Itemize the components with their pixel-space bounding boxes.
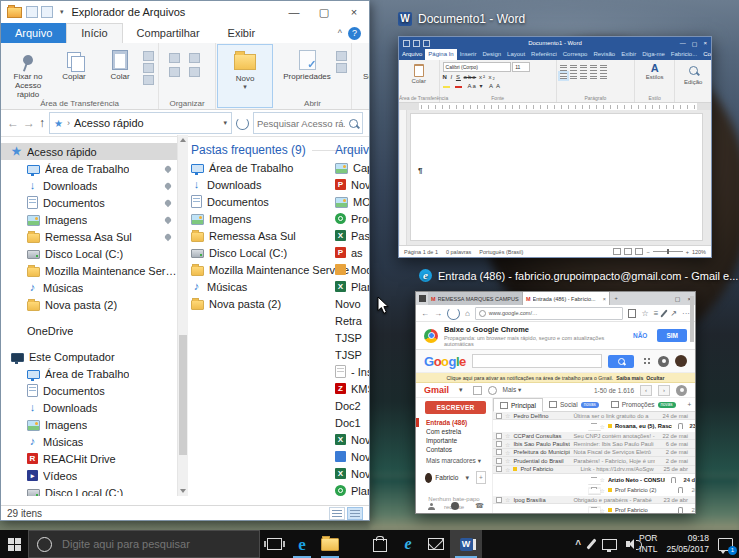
older-page-button[interactable]: › [658,385,670,396]
word-ribbon-tab[interactable]: Design [479,49,504,60]
sidebar-tree-item[interactable]: Documentos [1,194,177,211]
star-icon[interactable]: ☆ [505,466,510,473]
new-folder-button[interactable]: Novo ▾ [222,49,268,91]
font-color-icon[interactable] [455,86,462,88]
file-list-item[interactable]: Captu [335,159,370,176]
task-view-button[interactable] [260,530,288,558]
star-icon[interactable]: ☆ [505,412,510,419]
word-ribbon-tab[interactable]: Inserir [457,49,480,60]
compose-button[interactable]: ESCREVER [425,401,486,414]
paste-icon[interactable] [414,64,424,77]
tab-preview-icon[interactable] [419,295,426,302]
document-page[interactable]: ¶ [410,113,703,241]
newer-page-button[interactable]: ‹ [640,385,652,396]
align-center-icon[interactable] [570,73,577,79]
google-search-button[interactable] [608,355,634,368]
sidebar-tree-item[interactable]: Documentos [1,382,177,399]
file-list-item[interactable]: Novo [335,465,370,482]
star-icon[interactable]: ☆ [505,449,510,456]
sidebar-tree-item[interactable]: Imagens [1,211,177,228]
help-icon[interactable]: ? [348,27,361,40]
word-preview-label[interactable]: W Documento1 - Word [398,12,525,26]
web-layout-icon[interactable] [635,248,643,255]
file-list-item[interactable]: as [335,244,370,261]
redo-icon[interactable] [423,40,430,47]
maximize-button[interactable]: ▢ [675,295,681,302]
sidebar-tree-item[interactable]: Músicas [1,279,177,296]
banner-decline-button[interactable]: NÃO [629,330,651,341]
select-button[interactable]: Selecionar ▾ [356,47,370,89]
file-list-item[interactable]: MOD [335,193,370,210]
bullets-icon[interactable] [560,65,567,71]
volume-icon[interactable] [626,541,630,547]
select-all-checkbox[interactable] [473,386,482,395]
minimize-button[interactable]: — [680,40,686,47]
tab-close-icon[interactable]: × [603,296,606,302]
address-bar[interactable]: www.google.com/… [475,307,624,320]
explorer-menu-tab[interactable]: Exibir [214,23,270,43]
quick-access-toolbar-button[interactable] [41,6,53,18]
browser-tab[interactable]: M Entrada (486) - Fabrício... × [523,292,610,305]
clock[interactable]: 09:18 25/05/2017 [666,533,709,554]
sidebar-tree-item[interactable]: Área de Trabalho [1,365,177,382]
email-row[interactable]: ☆ Prof Fabricio figuras - - Att. Fabríci… [588,506,601,513]
word-ribbon-tab[interactable]: Referênci [528,49,560,60]
file-list-item[interactable]: Novo [335,295,370,312]
display-icon[interactable] [602,539,617,550]
email-row[interactable]: ☆ Prof Fabricio (2) capture - - Att. Fab… [588,487,601,495]
gmail-nav-item[interactable]: Com estrela [416,427,492,436]
up-icon[interactable]: ↑ [39,116,45,130]
minimize-button[interactable]: — [279,1,309,23]
refresh-icon[interactable] [488,386,497,395]
file-list-item[interactable]: Doc2 [335,397,370,414]
email-checkbox[interactable] [496,458,502,464]
hub-icon[interactable]: ≡ [654,309,659,318]
file-list-item[interactable]: TJSP [335,329,370,346]
gmail-nav-item[interactable]: Entrada (486) [416,418,492,427]
star-icon[interactable]: ☆ [505,496,510,503]
email-checkbox[interactable] [496,441,502,447]
word-ribbon-tab[interactable]: Arquivo [399,49,425,60]
email-list-scrollbar[interactable] [690,296,694,342]
file-list-item[interactable]: - Inst [335,363,370,380]
email-row[interactable]: ☆ Ibis Sao Paulo Paulista Reminder: Ibis… [493,440,695,448]
start-button[interactable] [0,530,28,558]
delete-button[interactable] [189,53,200,63]
sidebar-tree-item[interactable]: Vídeos [1,467,177,484]
star-icon[interactable]: ☆ [600,423,605,430]
word-ribbon-tab[interactable]: Compartilhar [700,49,711,60]
new-chat-button[interactable]: + [476,471,486,484]
gmail-category-tab[interactable]: Principal [493,398,543,412]
sidebar-tree-item[interactable]: Área de Trabalho [1,160,177,177]
file-list-item[interactable]: Procv [335,210,370,227]
word-ribbon-tab[interactable]: Exibir [618,49,639,60]
word-window-preview[interactable]: Documento1 - Word — ▢ × ArquivoPágina In… [398,36,712,258]
find-icon[interactable] [689,66,698,75]
breadcrumb[interactable]: ★ › Acesso rápido ▾ [49,112,232,134]
email-checkbox[interactable] [591,423,597,429]
copy-to-button[interactable] [169,67,180,77]
email-row[interactable]: ☆ Prof Fabricio Link - https://1drv.ms/A… [493,466,695,474]
history-button[interactable] [336,63,347,73]
contacts-icon[interactable] [428,503,435,510]
action-center-icon[interactable]: 1 [718,538,733,551]
chevron-down-icon[interactable]: ▾ [459,386,463,394]
taskbar-edge-button[interactable]: e [288,530,316,558]
properties-button[interactable]: Propriedades [278,47,336,81]
apps-grid-icon[interactable] [643,357,652,366]
file-list-item[interactable]: Novo [335,431,370,448]
file-list-item[interactable]: Novo [335,176,370,193]
shading-icon[interactable] [600,73,607,79]
star-icon[interactable]: ☆ [505,457,510,464]
sidebar-tree-item[interactable]: Downloads [1,177,177,194]
sidebar-tree-item[interactable]: REACHit Drive [1,450,177,467]
paste-shortcut-button[interactable] [143,75,154,85]
search-box[interactable] [253,112,363,134]
chevron-down-icon[interactable]: ▾ [223,119,227,127]
learn-more-link[interactable]: Saiba mais [616,375,643,381]
taskbar-search-box[interactable] [28,530,260,558]
star-icon[interactable]: ☆ [600,507,605,513]
file-list-item[interactable]: Planil [335,278,370,295]
profile-avatar[interactable] [675,355,687,367]
more-icon[interactable]: ··· [682,309,690,318]
